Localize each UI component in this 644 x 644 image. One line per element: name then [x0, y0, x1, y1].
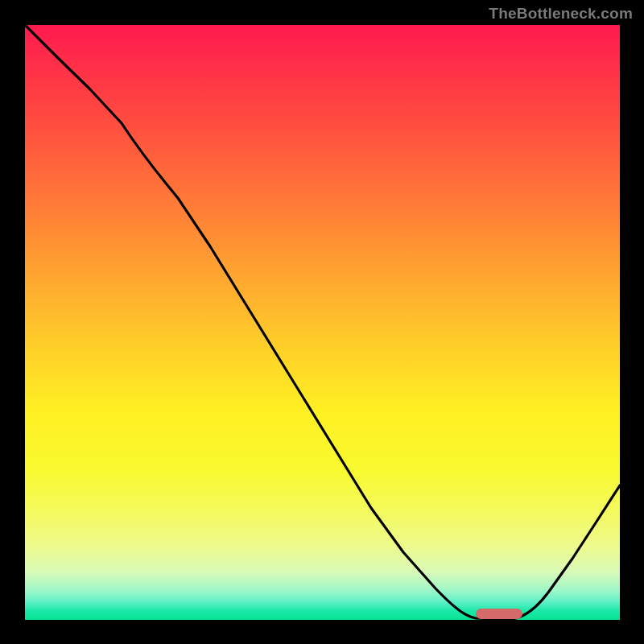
watermark-text: TheBottleneck.com	[489, 5, 633, 23]
gradient-plot-area	[25, 25, 620, 620]
chart-frame: TheBottleneck.com	[0, 0, 644, 644]
optimal-range-marker	[476, 609, 522, 619]
